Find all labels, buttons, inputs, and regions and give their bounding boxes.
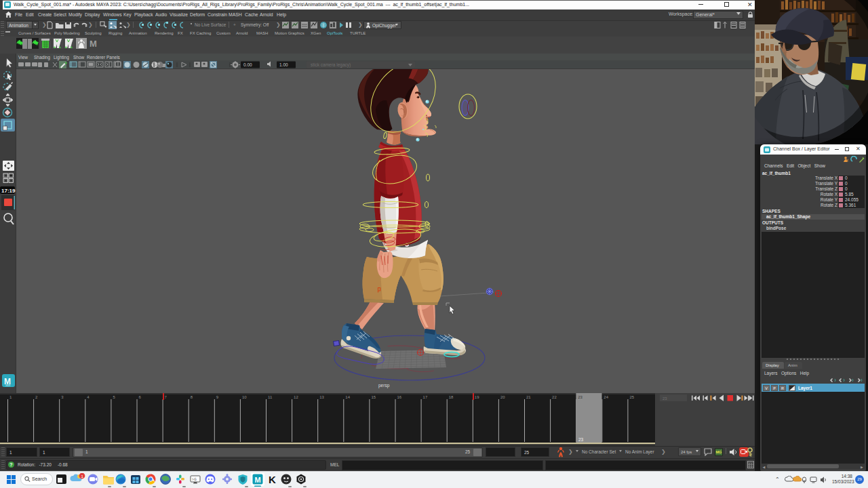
svg-text:10: 10: [242, 395, 247, 399]
svg-text:persp: persp: [378, 383, 390, 388]
svg-text:25: 25: [629, 395, 634, 399]
svg-text:17: 17: [423, 395, 428, 399]
svg-text:1.00: 1.00: [279, 62, 288, 67]
svg-text:20: 20: [500, 395, 505, 399]
svg-text:M: M: [90, 39, 97, 49]
svg-text:19: 19: [475, 395, 479, 399]
svg-text:11: 11: [268, 395, 273, 399]
svg-text:K: K: [269, 474, 276, 485]
svg-text:15: 15: [371, 395, 376, 399]
svg-text:M: M: [255, 476, 261, 484]
svg-text:22: 22: [552, 395, 557, 399]
svg-text:23: 23: [578, 437, 584, 442]
svg-text:I-G: I-G: [193, 478, 197, 481]
svg-text:14: 14: [345, 395, 350, 399]
svg-text:stick camera legacy): stick camera legacy): [311, 62, 351, 68]
svg-text:12: 12: [294, 395, 298, 399]
svg-text:21: 21: [526, 395, 531, 399]
svg-text:17:19: 17:19: [1, 188, 16, 194]
svg-text:23: 23: [578, 395, 583, 399]
svg-text:23: 23: [663, 396, 667, 401]
svg-text:16: 16: [397, 395, 402, 399]
svg-text:2023: 2023: [5, 384, 10, 387]
svg-text:0.00: 0.00: [243, 62, 252, 67]
svg-text:13: 13: [319, 395, 324, 399]
svg-text:18: 18: [449, 395, 454, 399]
svg-text:24: 24: [604, 395, 608, 399]
